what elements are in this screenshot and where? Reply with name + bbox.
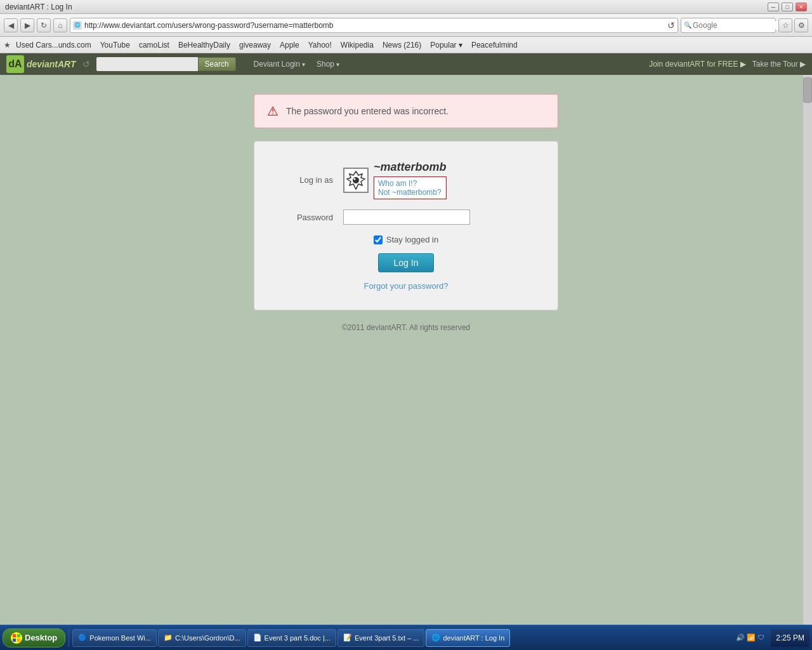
svg-rect-5 (13, 639, 16, 642)
stay-logged-in-label: Stay logged in (386, 235, 438, 244)
tour-arrow-icon: ▶ (800, 60, 806, 69)
da-join-link[interactable]: Join deviantART for FREE ▶ (649, 60, 746, 69)
bookmark-giveaway[interactable]: giveaway (235, 39, 275, 51)
task-label: Pokemon Best Wi... (89, 634, 151, 642)
time-display: 2:25 PM (776, 633, 804, 642)
window-controls: ─ □ ✕ (768, 3, 807, 11)
da-logo-icon: dA (6, 55, 24, 73)
login-as-label: Log in as (280, 175, 343, 185)
back-button[interactable]: ◀ (4, 18, 18, 32)
da-nav-links: Deviant Login ▾ Shop ▾ (249, 57, 344, 71)
da-nav-shop[interactable]: Shop ▾ (311, 57, 344, 71)
browser-icon: 🌐 (431, 633, 440, 642)
close-button[interactable]: ✕ (796, 3, 807, 11)
browser-scrollbar[interactable] (803, 75, 812, 625)
bookmark-item[interactable]: YouTube (96, 39, 134, 51)
address-bar[interactable]: 🌐 http://www.deviantart.com/users/wrong-… (70, 18, 678, 33)
url-display: http://www.deviantart.com/users/wrong-pa… (84, 21, 665, 30)
start-button[interactable]: Desktop (3, 628, 65, 647)
svg-rect-3 (13, 634, 16, 637)
minimize-button[interactable]: ─ (768, 3, 779, 11)
doc-icon: 📄 (253, 633, 262, 642)
windows-icon (11, 632, 22, 644)
error-message: The password you entered was incorrect. (286, 106, 449, 116)
refresh-icon[interactable]: ↺ (667, 20, 675, 30)
da-nav-right: Join deviantART for FREE ▶ Take the Tour… (649, 60, 806, 69)
browser-titlebar: deviantART : Log In ─ □ ✕ (0, 0, 812, 14)
taskbar-task-txt[interactable]: 📝 Event 3part 5.txt – ... (337, 629, 425, 647)
stay-logged-in-checkbox[interactable] (374, 235, 383, 244)
systray-icons: 🔊 📶 🛡 (736, 633, 764, 642)
taskbar-task-da[interactable]: 🌐 deviantART : Log In (426, 629, 510, 647)
browser-toolbar: ◀ ▶ ↻ ⌂ 🌐 http://www.deviantart.com/user… (0, 14, 812, 37)
bookmark-apple[interactable]: Apple (276, 39, 303, 51)
da-logo-text: deviantART (27, 59, 76, 69)
task-label: Event 3part 5.txt – ... (355, 634, 419, 642)
svg-point-1 (353, 177, 359, 183)
bookmark-item[interactable]: BeHealthyDaily (174, 39, 234, 51)
deviant-login-arrow: ▾ (302, 61, 305, 68)
taskbar-divider (69, 629, 69, 647)
page-content: ⚠ The password you entered was incorrect… (0, 75, 812, 625)
taskbar-task-firefox[interactable]: 🔵 Pokemon Best Wi... (72, 629, 157, 647)
bookmarks-bar: ★ Used Cars...unds.com YouTube camoList … (0, 37, 812, 53)
password-input[interactable] (343, 209, 470, 225)
firefox-icon: 🔵 (78, 633, 87, 642)
task-label: Event 3 part 5.doc |... (265, 634, 331, 642)
not-user-link[interactable]: Not ~matterbomb? (378, 188, 442, 197)
browser-search-input[interactable] (693, 21, 788, 30)
bookmark-item[interactable]: Popular ▾ (426, 39, 466, 51)
svg-rect-6 (17, 639, 20, 642)
scrollbar-thumb[interactable] (803, 77, 812, 103)
toolbar-icons: ☆ ⚙ (778, 18, 808, 32)
txt-icon: 📝 (343, 633, 352, 642)
da-search-container: Search (96, 57, 236, 71)
bookmark-item[interactable]: Peacefulmind (468, 39, 521, 51)
login-as-row: Log in as ~matterbomb Who am I!? Not ~ma… (280, 161, 532, 199)
password-row: Password (280, 209, 532, 225)
login-value: ~matterbomb Who am I!? Not ~matterbomb? (343, 161, 447, 199)
taskbar-right: 🔊 📶 🛡 2:25 PM (732, 629, 809, 647)
bookmark-news[interactable]: News (216) (379, 39, 425, 51)
forward-button[interactable]: ▶ (20, 18, 34, 32)
who-am-i-link[interactable]: Who am I!? (378, 179, 442, 188)
da-tour-link[interactable]: Take the Tour ▶ (752, 60, 806, 69)
login-btn-row: Log In (280, 253, 532, 272)
da-search-input[interactable] (96, 57, 198, 71)
task-label: C:\Users\Gordon\D... (175, 634, 240, 642)
login-box: Log in as ~matterbomb Who am I!? Not ~ma… (254, 141, 558, 310)
home-button[interactable]: ⌂ (53, 18, 67, 32)
who-am-i-box: Who am I!? Not ~matterbomb? (374, 176, 447, 199)
user-avatar (343, 168, 369, 193)
da-nav-deviant-login[interactable]: Deviant Login ▾ (249, 57, 310, 71)
taskbar-task-explorer1[interactable]: 📁 C:\Users\Gordon\D... (158, 629, 246, 647)
bookmark-item[interactable]: Wikipedia (337, 39, 377, 51)
browser-search-bar[interactable]: 🔍 (681, 18, 776, 33)
browser-title: deviantART : Log In (5, 3, 72, 11)
forgot-password-link[interactable]: Forgot your password? (364, 281, 449, 291)
taskbar-task-doc[interactable]: 📄 Event 3 part 5.doc |... (247, 629, 336, 647)
bookmark-item[interactable]: Yahoo! (304, 39, 336, 51)
bookmark-item[interactable]: Used Cars...unds.com (12, 39, 95, 51)
shop-arrow: ▾ (336, 61, 339, 68)
menu-icon[interactable]: ⚙ (794, 18, 808, 32)
username-display: ~matterbomb (374, 161, 447, 174)
reload-button[interactable]: ↻ (37, 18, 51, 32)
systray: 🔊 📶 🛡 (732, 633, 768, 642)
taskbar: Desktop 🔵 Pokemon Best Wi... 📁 C:\Users\… (0, 625, 812, 650)
start-label: Desktop (25, 633, 57, 642)
clock: 2:25 PM (771, 629, 809, 647)
bookmarks-icon[interactable]: ☆ (778, 18, 792, 32)
folder-icon: 📁 (164, 633, 173, 642)
forgot-row: Forgot your password? (280, 281, 532, 291)
maximize-button[interactable]: □ (782, 3, 793, 11)
join-arrow-icon: ▶ (740, 60, 746, 69)
da-search-button[interactable]: Search (198, 57, 236, 71)
bookmark-item[interactable]: camoList (135, 39, 173, 51)
login-button[interactable]: Log In (378, 253, 435, 272)
da-logo[interactable]: dA deviantART (6, 55, 76, 73)
error-box: ⚠ The password you entered was incorrect… (254, 94, 558, 128)
svg-point-2 (354, 178, 356, 180)
avatar-icon (346, 170, 366, 190)
error-icon: ⚠ (267, 103, 278, 119)
